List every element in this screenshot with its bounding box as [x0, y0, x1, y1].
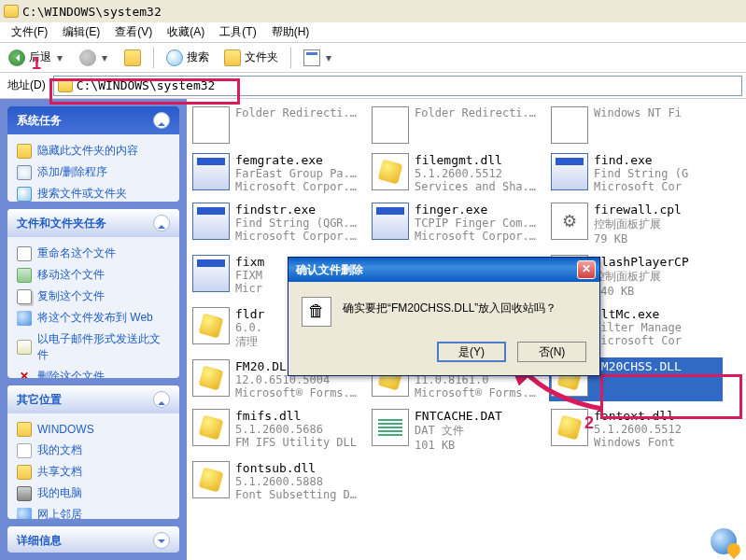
- search-button[interactable]: 搜索: [162, 47, 214, 69]
- watermark: const data = JSON.parse(document.getElem…: [711, 528, 740, 554]
- dialog-buttons: 是(Y) 否(N): [289, 336, 599, 375]
- menu-tools[interactable]: 工具(T): [214, 22, 261, 42]
- panel-title: 其它位置: [17, 392, 62, 408]
- file-detail: Filter Manage: [594, 321, 721, 334]
- file-item[interactable]: FNTCACHE.DATDAT 文件101 KB: [370, 407, 543, 454]
- network-icon: [17, 508, 32, 520]
- file-item[interactable]: femgrate.exeFarEast Group Pa...Microsoft…: [190, 151, 364, 195]
- task-hide-contents[interactable]: 隐藏此文件夹的内容: [15, 140, 172, 161]
- dialog-titlebar[interactable]: 确认文件删除 ✕: [289, 258, 599, 282]
- file-name: femgrate.exe: [235, 153, 362, 167]
- file-item[interactable]: fontsub.dll5.1.2600.5888Font Subsetting …: [190, 459, 364, 503]
- file-item[interactable]: finger.exeTCPIP Finger Com...Microsoft C…: [370, 201, 543, 247]
- file-item[interactable]: fmifs.dll5.1.2600.5686FM IFS Utility DLL: [190, 407, 364, 454]
- rename-icon: [17, 246, 32, 261]
- menu-file[interactable]: 文件(F): [6, 22, 53, 42]
- address-value: C:\WINDOWS\system32: [77, 78, 216, 92]
- file-item[interactable]: Folder Redirecti...: [370, 105, 543, 146]
- panel-header-details[interactable]: 详细信息: [7, 526, 179, 553]
- folders-icon: [224, 49, 241, 66]
- file-detail: 5.1.2600.5686: [235, 423, 362, 436]
- menu-edit[interactable]: 编辑(E): [57, 22, 106, 42]
- app-icon: [192, 255, 230, 292]
- title-bar: C:\WINDOWS\system32: [0, 0, 746, 22]
- separator: [290, 48, 291, 68]
- file-name: findstr.exe: [235, 203, 362, 217]
- file-item[interactable]: fontext.dll5.1.2600.5512Windows Font: [549, 407, 723, 454]
- address-bar: 地址(D) C:\WINDOWS\system32: [0, 73, 746, 99]
- other-places-panel: 其它位置 WINDOWS 我的文档 共享文档 我的电脑 网上邻居: [7, 385, 179, 519]
- task-email[interactable]: 以电子邮件形式发送此文件: [15, 329, 172, 366]
- recycle-bin-icon: [302, 297, 331, 327]
- menu-view[interactable]: 查看(V): [109, 22, 158, 42]
- computer-icon: [17, 486, 32, 501]
- forward-icon: [79, 49, 96, 66]
- place-shared[interactable]: 共享文档: [15, 461, 172, 483]
- file-info: fontext.dll5.1.2600.5512Windows Font: [594, 409, 721, 452]
- file-item[interactable]: Folder Redirecti...: [190, 105, 364, 146]
- panel-list: 隐藏此文件夹的内容 添加/删除程序 搜索文件或文件夹: [7, 134, 179, 202]
- place-windows[interactable]: WINDOWS: [15, 419, 172, 440]
- panel-header-file[interactable]: 文件和文件夹任务: [7, 209, 179, 237]
- no-button[interactable]: 否(N): [517, 342, 586, 362]
- app-icon: [192, 153, 230, 190]
- place-network[interactable]: 网上邻居: [15, 504, 172, 519]
- file-tasks-panel: 文件和文件夹任务 重命名这个文件 移动这个文件 复制这个文件 将这个文件发布到 …: [7, 209, 179, 378]
- file-name: FNTCACHE.DAT: [415, 409, 542, 423]
- task-rename[interactable]: 重命名这个文件: [15, 243, 172, 264]
- separator: [153, 48, 154, 68]
- task-delete[interactable]: ✕删除这个文件: [15, 366, 172, 378]
- up-button[interactable]: [120, 47, 146, 69]
- panel-list: WINDOWS 我的文档 共享文档 我的电脑 网上邻居: [7, 413, 179, 519]
- confirm-delete-dialog: 确认文件删除 ✕ 确实要把“FM20CHSS.DLL”放入回收站吗？ 是(Y) …: [288, 257, 600, 376]
- chevron-down-icon: ▾: [55, 51, 64, 64]
- task-move[interactable]: 移动这个文件: [15, 264, 172, 286]
- file-item[interactable]: filemgmt.dll5.1.2600.5512Services and Sh…: [370, 151, 543, 195]
- address-field[interactable]: C:\WINDOWS\system32: [53, 76, 742, 96]
- task-search[interactable]: 搜索文件或文件夹: [15, 183, 172, 202]
- file-detail: 79 KB: [594, 232, 721, 245]
- file-detail: 140 KB: [594, 285, 721, 298]
- back-icon: [8, 49, 25, 66]
- menu-favorites[interactable]: 收藏(A): [162, 22, 210, 42]
- file-item[interactable]: findstr.exeFind String (QGR...Microsoft …: [190, 201, 364, 247]
- file-name: fltMc.exe: [594, 307, 721, 321]
- chevron-up-icon: [153, 215, 170, 231]
- task-copy[interactable]: 复制这个文件: [15, 286, 172, 307]
- yes-button[interactable]: 是(Y): [437, 342, 506, 362]
- file-name: finger.exe: [415, 203, 542, 217]
- move-icon: [17, 268, 32, 283]
- file-detail: Windows Font: [594, 436, 721, 449]
- mail-icon: [17, 340, 32, 355]
- file-detail: Folder Redirecti...: [235, 106, 362, 119]
- file-row: fmifs.dll5.1.2600.5686FM IFS Utility DLL…: [190, 407, 742, 454]
- forward-button[interactable]: ▾: [75, 47, 114, 69]
- file-detail: Microsoft Cor: [594, 334, 721, 347]
- close-button[interactable]: ✕: [577, 260, 596, 279]
- file-name: fontext.dll: [594, 409, 721, 423]
- task-publish-web[interactable]: 将这个文件发布到 Web: [15, 307, 172, 329]
- panel-header-other[interactable]: 其它位置: [7, 385, 179, 413]
- folders-button[interactable]: 文件夹: [219, 47, 283, 69]
- file-item[interactable]: Windows NT Fi: [549, 105, 723, 146]
- views-button[interactable]: ▾: [299, 47, 338, 69]
- place-mycomputer[interactable]: 我的电脑: [15, 483, 172, 504]
- file-name: fmifs.dll: [235, 409, 362, 423]
- panel-title: 详细信息: [17, 533, 62, 549]
- panel-header-system[interactable]: 系统任务: [7, 106, 179, 134]
- file-info: FM20CHSS.DLL: [594, 359, 721, 399]
- file-detail: 101 KB: [415, 439, 542, 452]
- file-row: femgrate.exeFarEast Group Pa...Microsoft…: [190, 151, 742, 195]
- delete-icon: ✕: [17, 370, 32, 379]
- file-item[interactable]: firewall.cpl控制面板扩展79 KB: [549, 201, 723, 247]
- menu-help[interactable]: 帮助(H): [266, 22, 316, 42]
- annotation-badge-2: 2: [584, 413, 594, 433]
- task-add-remove[interactable]: 添加/删除程序: [15, 161, 172, 183]
- search-label: 搜索: [187, 49, 209, 65]
- globe-icon: [711, 528, 737, 554]
- place-mydocs[interactable]: 我的文档: [15, 440, 172, 461]
- file-item[interactable]: find.exeFind String (GMicrosoft Cor: [549, 151, 723, 195]
- folder-icon: [17, 422, 32, 437]
- app-icon: [192, 203, 230, 240]
- file-detail: Microsoft® Forms...: [415, 386, 542, 399]
